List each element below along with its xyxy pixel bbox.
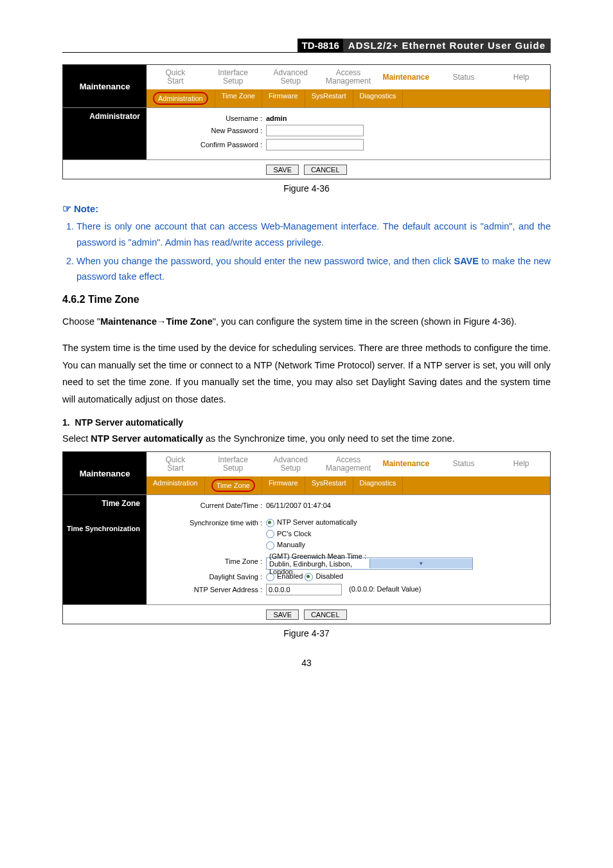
side-title-2: Maintenance xyxy=(63,452,147,494)
nav-tab[interactable]: QuickStart xyxy=(147,452,204,476)
side-label-administrator: Administrator xyxy=(63,108,147,125)
sub-ntp-heading: 1. NTP Server automatically xyxy=(62,417,551,428)
nav-tab[interactable]: InterfaceSetup xyxy=(204,452,262,476)
radio-icon[interactable] xyxy=(266,519,274,527)
radio-icon[interactable] xyxy=(305,573,313,581)
radio-icon[interactable] xyxy=(266,530,274,538)
cancel-button[interactable]: CANCEL xyxy=(304,165,347,175)
nav-tab[interactable]: Help xyxy=(492,456,550,472)
nav-tab[interactable]: AccessManagement xyxy=(319,452,377,476)
subnav-tab[interactable]: Diagnostics xyxy=(353,89,404,107)
nav-tab[interactable]: Maintenance xyxy=(377,456,435,472)
hand-icon: ☞ xyxy=(62,203,71,214)
para-choose: Choose "Maintenance→Time Zone", you can … xyxy=(62,313,551,330)
model-badge: TD-8816 xyxy=(298,39,342,52)
radio-label: PC's Clock xyxy=(277,530,311,538)
page-number: 43 xyxy=(62,658,551,668)
nav-tab[interactable]: AdvancedSetup xyxy=(262,452,319,476)
side-label-timezone: Time Zone xyxy=(63,495,147,512)
page-header: TD-8816ADSL2/2+ Ethernet Router User Gui… xyxy=(62,39,551,53)
screenshot-admin: Maintenance QuickStartInterfaceSetupAdva… xyxy=(62,64,551,179)
subnav-tab[interactable]: Time Zone xyxy=(205,476,262,494)
side-title: Maintenance xyxy=(63,65,147,107)
username-label: Username : xyxy=(147,114,266,122)
subnav-tab[interactable]: Diagnostics xyxy=(353,476,404,494)
daylight-label: Daylight Saving : xyxy=(147,573,266,581)
radio-icon[interactable] xyxy=(266,573,274,581)
new-password-input[interactable] xyxy=(266,125,364,136)
radio-label: Enabled xyxy=(277,572,303,580)
save-button[interactable]: SAVE xyxy=(266,165,299,175)
nav-tab[interactable]: QuickStart xyxy=(147,65,204,89)
sync-label: Synchronize time with : xyxy=(147,519,266,527)
save-button-2[interactable]: SAVE xyxy=(266,610,299,620)
subnav-tab[interactable]: Firmware xyxy=(262,89,305,107)
screenshot-timezone: Maintenance QuickStartInterfaceSetupAdva… xyxy=(62,451,551,624)
subnav-tab[interactable]: Administration xyxy=(147,476,205,494)
timezone-label: Time Zone : xyxy=(147,557,266,565)
radio-label: NTP Server automatically xyxy=(277,518,357,526)
timezone-select[interactable]: (GMT) Greenwich Mean Time : Dublin, Edin… xyxy=(266,557,473,570)
note-list: There is only one account that can acces… xyxy=(76,219,551,285)
ntp-address-label: NTP Server Address : xyxy=(147,586,266,593)
nav-tab[interactable]: AccessManagement xyxy=(319,65,377,89)
product-title: ADSL2/2+ Ethernet Router User Guide xyxy=(343,39,551,52)
nav-tab[interactable]: Help xyxy=(492,69,550,86)
ntp-address-note: (0.0.0.0: Default Value) xyxy=(349,585,421,593)
para-systime: The system time is the time used by the … xyxy=(62,339,551,408)
figure-caption-1: Figure 4-36 xyxy=(62,183,551,194)
figure-caption-2: Figure 4-37 xyxy=(62,628,551,638)
nav-tab[interactable]: AdvancedSetup xyxy=(262,65,319,89)
note-item-2: When you change the password, you should… xyxy=(76,253,551,285)
current-datetime-value: 06/11/2007 01:47:04 xyxy=(266,502,550,509)
nav-tab[interactable]: Status xyxy=(435,69,493,86)
radio-label: Disabled xyxy=(315,572,343,580)
sub-ntp-line: Select NTP Server automatically as the S… xyxy=(62,430,551,448)
radio-label: Manually xyxy=(277,541,305,548)
subnav-tab[interactable]: SysRestart xyxy=(305,476,353,494)
nav-tab[interactable]: Status xyxy=(435,456,493,472)
nav-tab[interactable]: InterfaceSetup xyxy=(204,65,262,89)
current-datetime-label: Current Date/Time : xyxy=(147,502,266,509)
subnav-tab[interactable]: Administration xyxy=(147,89,215,107)
confirm-password-input[interactable] xyxy=(266,139,364,150)
ntp-address-input[interactable]: 0.0.0.0 xyxy=(266,584,342,595)
subnav-tab[interactable]: Firmware xyxy=(262,476,305,494)
subnav-tab[interactable]: Time Zone xyxy=(215,89,262,107)
username-value: admin xyxy=(266,114,287,122)
heading-4-6-2: 4.6.2 Time Zone xyxy=(62,294,551,305)
chevron-down-icon: ▾ xyxy=(369,559,473,568)
cancel-button-2[interactable]: CANCEL xyxy=(304,610,347,620)
subnav-tab[interactable]: SysRestart xyxy=(305,89,353,107)
note-item-1: There is only one account that can acces… xyxy=(76,219,551,250)
note-heading: ☞Note: xyxy=(62,203,551,215)
new-password-label: New Password : xyxy=(147,127,266,134)
confirm-password-label: Confirm Password : xyxy=(147,141,266,149)
radio-icon[interactable] xyxy=(266,541,274,550)
side-label-timesync: Time Synchronization xyxy=(63,521,147,536)
nav-tab[interactable]: Maintenance xyxy=(377,69,435,86)
